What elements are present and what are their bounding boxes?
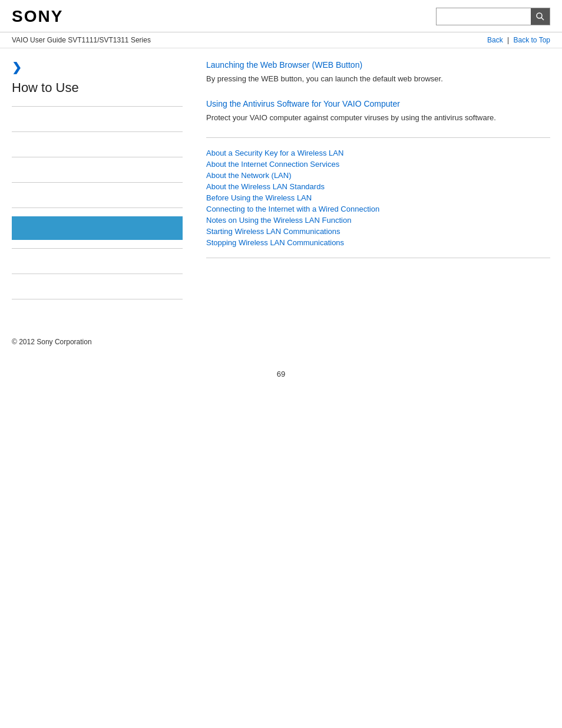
breadcrumb-bar: VAIO User Guide SVT1111/SVT1311 Series B… — [0, 32, 562, 48]
search-input[interactable] — [437, 8, 531, 25]
sidebar-divider-5 — [12, 207, 183, 208]
link-list-item-2[interactable]: About the Network (LAN) — [206, 171, 292, 180]
link-list-item-7[interactable]: Starting Wireless LAN Communications — [206, 227, 340, 236]
back-link[interactable]: Back — [487, 36, 503, 44]
main-content: ❯ How to Use Launching the Web Browser (… — [0, 48, 562, 319]
chevron-right-icon: ❯ — [12, 60, 183, 74]
content-section-2: Using the Antivirus Software for Your VA… — [206, 99, 550, 124]
sidebar-nav-item-4[interactable] — [12, 191, 183, 199]
sony-logo: SONY — [12, 7, 63, 26]
sidebar-divider-6 — [12, 248, 183, 249]
link-list-item-1[interactable]: About the Internet Connection Services — [206, 160, 339, 169]
sidebar-nav-item-highlighted[interactable] — [12, 216, 183, 240]
link-list-item-8[interactable]: Stopping Wireless LAN Communications — [206, 238, 344, 247]
content-divider-1 — [206, 137, 550, 138]
list-item: Stopping Wireless LAN Communications — [206, 238, 550, 247]
list-item: Starting Wireless LAN Communications — [206, 227, 550, 236]
guide-title: VAIO User Guide SVT1111/SVT1311 Series — [12, 36, 151, 44]
back-to-top-link[interactable]: Back to Top — [514, 36, 550, 44]
search-button[interactable] — [531, 8, 550, 25]
sidebar-nav-item-6[interactable] — [12, 282, 183, 291]
footer: © 2012 Sony Corporation — [0, 319, 562, 358]
list-item: About the Network (LAN) — [206, 171, 550, 180]
sidebar-divider-7 — [12, 274, 183, 274]
sidebar: ❯ How to Use — [12, 60, 194, 308]
list-item: About the Internet Connection Services — [206, 160, 550, 169]
link-list-item-0[interactable]: About a Security Key for a Wireless LAN — [206, 149, 343, 157]
sidebar-divider-8 — [12, 299, 183, 299]
svg-point-0 — [537, 13, 542, 18]
section2-desc: Protect your VAIO computer against compu… — [206, 112, 550, 124]
sidebar-divider-4 — [12, 182, 183, 183]
sidebar-nav-item-2[interactable] — [12, 140, 183, 149]
list-item: Before Using the Wireless LAN — [206, 193, 550, 202]
nav-separator: | — [507, 36, 511, 44]
link-list-item-3[interactable]: About the Wireless LAN Standards — [206, 182, 325, 191]
section2-title[interactable]: Using the Antivirus Software for Your VA… — [206, 99, 550, 108]
content-divider-2 — [206, 258, 550, 258]
sidebar-divider-2 — [12, 131, 183, 132]
section1-title[interactable]: Launching the Web Browser (WEB Button) — [206, 60, 550, 70]
search-box — [436, 8, 550, 25]
sidebar-divider-3 — [12, 157, 183, 157]
copyright: © 2012 Sony Corporation — [12, 338, 92, 346]
sidebar-section-title: How to Use — [12, 80, 183, 95]
page-number: 69 — [0, 358, 562, 384]
search-icon — [535, 12, 545, 21]
sidebar-divider-1 — [12, 106, 183, 107]
link-list-item-5[interactable]: Connecting to the Internet with a Wired … — [206, 205, 379, 213]
link-list: About a Security Key for a Wireless LANA… — [206, 149, 550, 247]
svg-line-1 — [541, 18, 544, 20]
link-list-item-4[interactable]: Before Using the Wireless LAN — [206, 193, 312, 202]
sidebar-nav-item-1[interactable] — [12, 115, 183, 123]
sidebar-nav-item-5[interactable] — [12, 257, 183, 265]
page-header: SONY — [0, 0, 562, 32]
content-section-1: Launching the Web Browser (WEB Button) B… — [206, 60, 550, 85]
list-item: Connecting to the Internet with a Wired … — [206, 205, 550, 213]
link-list-item-6[interactable]: Notes on Using the Wireless LAN Function — [206, 216, 351, 225]
list-item: About the Wireless LAN Standards — [206, 182, 550, 191]
sidebar-nav-item-3[interactable] — [12, 166, 183, 174]
content-area: Launching the Web Browser (WEB Button) B… — [194, 60, 550, 308]
list-item: Notes on Using the Wireless LAN Function — [206, 216, 550, 225]
nav-links: Back | Back to Top — [487, 36, 550, 44]
list-item: About a Security Key for a Wireless LAN — [206, 149, 550, 157]
section1-desc: By pressing the WEB button, you can laun… — [206, 73, 550, 85]
